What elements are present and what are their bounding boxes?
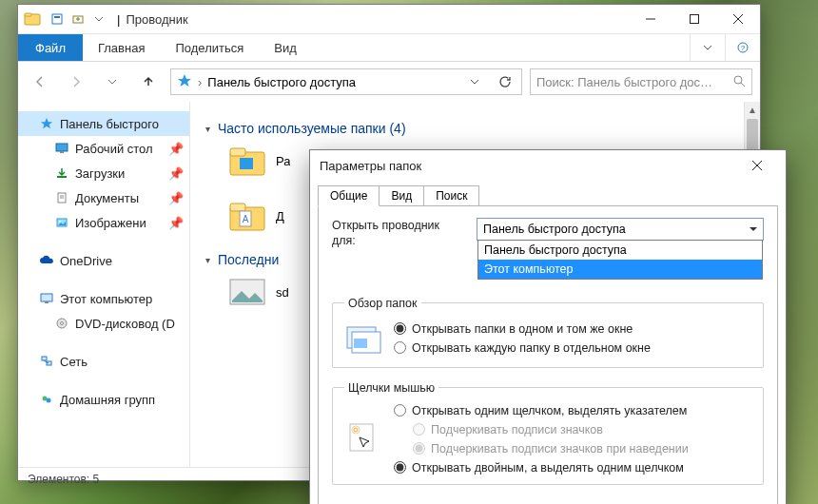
sidebar-item-label: Документы <box>75 191 139 205</box>
dialog-close-button[interactable] <box>738 150 776 181</box>
sidebar-item-label: DVD-дисковод (D <box>75 317 175 331</box>
pin-icon: 📌 <box>168 142 184 156</box>
sidebar-item-label: Сеть <box>60 355 88 369</box>
dialog-title: Параметры папок <box>320 159 421 173</box>
sidebar-item-dvd[interactable]: DVD-дисковод (D <box>18 311 189 336</box>
search-placeholder: Поиск: Панель быстрого дос… <box>536 75 727 89</box>
sidebar-item-label: Изображени <box>75 216 146 230</box>
sidebar-item-pictures[interactable]: Изображени 📌 <box>18 210 189 235</box>
sidebar-item-label: Загрузки <box>75 166 125 181</box>
nav-back-button[interactable] <box>26 69 54 94</box>
svg-rect-36 <box>230 204 245 211</box>
radio-new-window[interactable]: Открывать каждую папку в отдельном окне <box>394 341 651 355</box>
tab-file[interactable]: Файл <box>18 34 83 61</box>
nav-pane: Панель быстрого Рабочий стол 📌 Загрузки … <box>18 102 190 467</box>
sidebar-item-quick-access[interactable]: Панель быстрого <box>18 111 189 136</box>
sidebar-item-documents[interactable]: Документы 📌 <box>18 185 189 210</box>
svg-rect-23 <box>41 294 52 301</box>
radio-single-click[interactable]: Открывать одним щелчком, выделять указат… <box>394 404 689 417</box>
tab-search[interactable]: Поиск <box>423 185 479 206</box>
sidebar-item-onedrive[interactable]: OneDrive <box>18 248 189 273</box>
radio-underline-hover: Подчеркивать подписи значков при наведен… <box>394 442 689 456</box>
browse-folders-group: Обзор папок Открывать папки в одном и то… <box>332 297 764 368</box>
svg-rect-16 <box>60 151 64 153</box>
radio-same-window[interactable]: Открывать папки в одном и том же окне <box>394 322 651 336</box>
titlebar-separator-icon: | <box>117 12 120 27</box>
click-items-group: Щелчки мышью Открывать одним щелчком, вы… <box>332 381 764 485</box>
radio-input[interactable] <box>394 461 406 474</box>
breadcrumb[interactable]: Панель быстрого доступа <box>207 75 356 89</box>
titlebar: | Проводник <box>18 5 760 33</box>
file-name: Д <box>276 209 284 223</box>
pin-icon: 📌 <box>168 166 184 181</box>
svg-rect-24 <box>45 301 49 303</box>
explorer-icon <box>24 10 41 28</box>
radio-double-click[interactable]: Открывать двойным, а выделять одним щелч… <box>394 461 689 475</box>
ribbon-help-button[interactable]: ? <box>725 34 760 61</box>
address-dropdown-button[interactable] <box>462 70 487 93</box>
combo-dropdown: Панель быстрого доступа Этот компьютер <box>477 240 763 280</box>
tab-share[interactable]: Поделиться <box>160 34 259 61</box>
dialog-body: Открыть проводник для: Панель быстрого д… <box>318 205 778 504</box>
group-title: Последни <box>218 252 279 267</box>
svg-point-13 <box>734 76 742 84</box>
image-file-icon <box>228 273 266 311</box>
folder-icon: A <box>228 197 266 235</box>
dvd-icon <box>54 316 69 331</box>
quick-access-star-icon <box>177 73 192 91</box>
tab-view[interactable]: Вид <box>379 185 424 206</box>
sidebar-item-network[interactable]: Сеть <box>18 349 189 374</box>
refresh-button[interactable] <box>493 70 517 93</box>
maximize-button[interactable] <box>672 5 716 33</box>
pin-icon: 📌 <box>168 216 184 230</box>
nav-recent-button[interactable] <box>98 69 127 94</box>
sidebar-item-downloads[interactable]: Загрузки 📌 <box>18 161 189 185</box>
combo-selected: Панель быстрого доступа <box>483 223 626 236</box>
ribbon-expand-button[interactable] <box>690 34 725 61</box>
close-button[interactable] <box>716 5 760 33</box>
sidebar-item-label: Рабочий стол <box>75 142 153 156</box>
svg-rect-33 <box>230 148 245 156</box>
window-buttons <box>629 5 760 33</box>
minimize-button[interactable] <box>629 5 672 33</box>
dialog-tabstrip: Общие Вид Поиск <box>310 181 786 205</box>
documents-icon <box>54 190 69 205</box>
thispc-icon <box>39 291 54 306</box>
pictures-icon <box>54 215 69 230</box>
group-title: Часто используемые папки (4) <box>218 121 406 136</box>
sidebar-item-desktop[interactable]: Рабочий стол 📌 <box>18 136 189 161</box>
sidebar-item-homegroup[interactable]: Домашняя групп <box>18 387 189 412</box>
tab-view[interactable]: Вид <box>259 34 312 61</box>
open-explorer-combo[interactable]: Панель быстрого доступа Панель быстрого … <box>477 218 764 241</box>
open-explorer-label: Открыть проводник для: <box>332 218 465 249</box>
scroll-up-icon[interactable]: ▲ <box>745 102 760 117</box>
combo-option-quick-access[interactable]: Панель быстрого доступа <box>478 241 762 260</box>
radio-input <box>413 423 425 436</box>
svg-point-26 <box>61 322 64 325</box>
nav-up-button[interactable] <box>134 69 163 94</box>
address-row: › Панель быстрого доступа Поиск: Панель … <box>18 62 760 102</box>
sidebar-item-label: Домашняя групп <box>60 393 155 407</box>
sidebar-item-thispc[interactable]: Этот компьютер <box>18 286 189 311</box>
search-input[interactable]: Поиск: Панель быстрого дос… <box>530 68 752 95</box>
collapse-icon: ▾ <box>205 124 210 134</box>
svg-rect-1 <box>25 13 31 16</box>
svg-rect-15 <box>56 144 68 151</box>
file-name: sd <box>276 285 289 300</box>
status-item-count: Элементов: 5 <box>28 473 99 486</box>
group-frequent[interactable]: ▾ Часто используемые папки (4) <box>205 121 745 136</box>
qat-newfolder-icon[interactable] <box>69 10 87 28</box>
combo-option-this-pc[interactable]: Этот компьютер <box>478 260 762 279</box>
quick-access-toolbar <box>49 10 107 28</box>
desktop-icon <box>54 141 69 156</box>
tab-home[interactable]: Главная <box>83 34 160 61</box>
nav-forward-button[interactable] <box>62 69 90 94</box>
radio-input[interactable] <box>394 404 406 417</box>
radio-input[interactable] <box>394 341 406 354</box>
radio-input[interactable] <box>394 322 406 335</box>
qat-properties-icon[interactable] <box>49 10 66 28</box>
qat-dropdown-icon[interactable] <box>90 10 107 28</box>
tab-general[interactable]: Общие <box>318 185 380 206</box>
address-bar[interactable]: › Панель быстрого доступа <box>170 68 522 95</box>
svg-rect-45 <box>350 424 373 451</box>
